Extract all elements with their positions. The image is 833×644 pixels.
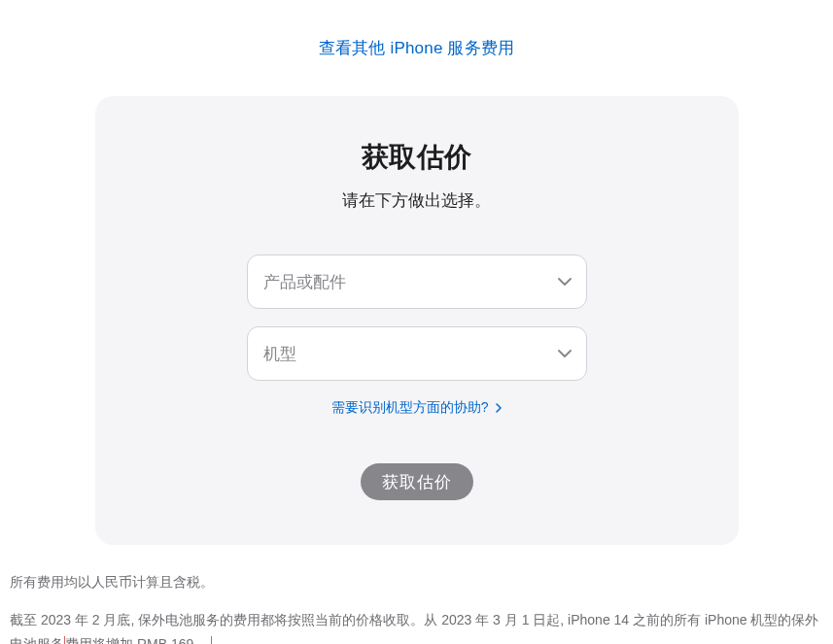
card-title: 获取估价: [144, 139, 690, 176]
get-estimate-button[interactable]: 获取估价: [361, 463, 473, 500]
help-link-container: 需要识别机型方面的协助?: [144, 398, 690, 417]
card-subtitle: 请在下方做出选择。: [144, 189, 690, 212]
identify-model-help-link[interactable]: 需要识别机型方面的协助?: [331, 399, 503, 415]
price-increase-highlight: 费用将增加 RMB 169。: [64, 636, 212, 644]
product-placeholder: 产品或配件: [263, 271, 346, 293]
model-placeholder: 机型: [263, 343, 296, 365]
product-select-wrap: 产品或配件: [247, 254, 587, 309]
chevron-right-icon: [496, 400, 502, 416]
footer: 所有费用均以人民币计算且含税。 截至 2023 年 2 月底, 保外电池服务的费…: [0, 545, 833, 644]
estimate-card: 获取估价 请在下方做出选择。 产品或配件 机型 需要识别机型方面的协助? 获取估…: [95, 96, 739, 545]
footer-note-price-change: 截至 2023 年 2 月底, 保外电池服务的费用都将按照当前的价格收取。从 2…: [10, 608, 823, 644]
top-link-container: 查看其他 iPhone 服务费用: [0, 0, 833, 96]
model-select-wrap: 机型: [247, 326, 587, 381]
other-services-link[interactable]: 查看其他 iPhone 服务费用: [319, 39, 515, 57]
model-select[interactable]: 机型: [247, 326, 587, 381]
help-link-text: 需要识别机型方面的协助?: [331, 399, 489, 415]
product-select[interactable]: 产品或配件: [247, 254, 587, 309]
footer-note-currency: 所有费用均以人民币计算且含税。: [10, 570, 823, 594]
